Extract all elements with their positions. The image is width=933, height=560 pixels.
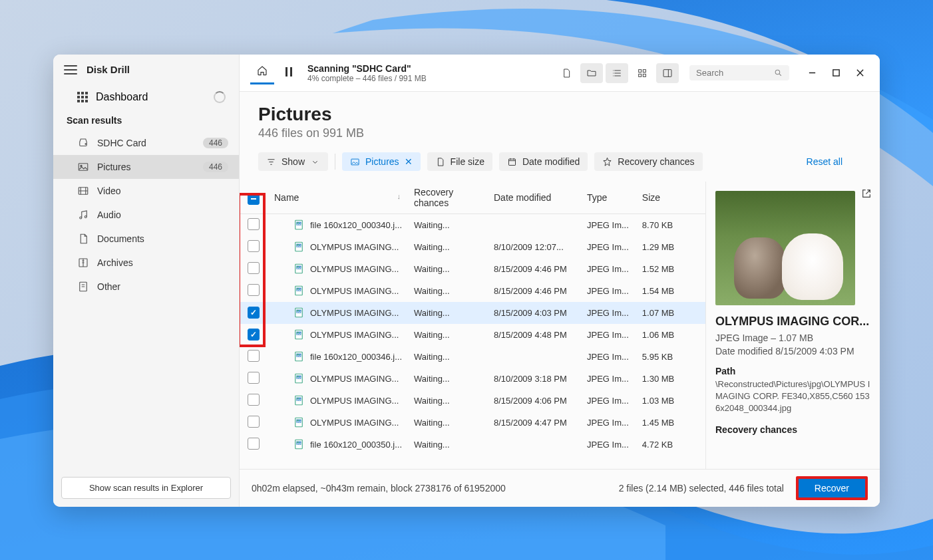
pictures-label: Pictures (365, 156, 399, 167)
minimize-button[interactable] (803, 64, 821, 82)
file-size: 1.07 MB (636, 302, 705, 324)
count-badge: 446 (203, 162, 228, 172)
table-row[interactable]: OLYMPUS IMAGING...Waiting...8/10/2009 12… (240, 236, 705, 258)
svg-point-15 (775, 70, 780, 74)
table-row[interactable]: OLYMPUS IMAGING...Waiting...8/15/2009 4:… (240, 258, 705, 280)
sidebar-item-pictures[interactable]: Pictures 446 (53, 155, 239, 179)
sidebar-item-audio[interactable]: Audio (53, 203, 239, 227)
search-input[interactable] (696, 68, 774, 78)
table-row[interactable]: OLYMPUS IMAGING...Waiting...8/15/2009 4:… (240, 324, 705, 346)
table-row[interactable]: file 160x120_000346.j...Waiting...JPEG I… (240, 346, 705, 368)
pause-button[interactable] (278, 63, 299, 83)
row-checkbox[interactable] (248, 438, 260, 450)
column-type[interactable]: Type (580, 182, 636, 214)
toolbar: Scanning "SDHC Card" 4% complete – 446 f… (240, 55, 880, 92)
table-row[interactable]: file 160x120_000350.j...Waiting...JPEG I… (240, 434, 705, 456)
file-size: 4.72 KB (636, 434, 705, 456)
column-date[interactable]: Date modified (487, 182, 580, 214)
view-grid-button[interactable] (631, 63, 653, 83)
sidebar-item-label: Video (97, 186, 121, 196)
filesize-label: File size (451, 156, 484, 167)
toggle-preview-button[interactable] (656, 63, 679, 83)
sidebar-item-archives[interactable]: Archives (53, 251, 239, 275)
svg-point-5 (85, 216, 87, 218)
file-name: OLYMPUS IMAGING... (310, 330, 399, 340)
svg-rect-16 (833, 70, 839, 76)
page-subtitle: 446 files on 991 MB (258, 126, 861, 140)
file-icon (435, 157, 445, 167)
sidebar-item-other[interactable]: Other (53, 275, 239, 299)
table-row[interactable]: OLYMPUS IMAGING...Waiting...8/10/2009 3:… (240, 368, 705, 390)
filesize-filter-button[interactable]: File size (427, 152, 492, 171)
view-file-button[interactable] (555, 63, 578, 83)
row-checkbox[interactable] (248, 240, 260, 252)
svg-rect-13 (643, 74, 646, 76)
file-name: OLYMPUS IMAGING... (310, 264, 399, 274)
date-filter-button[interactable]: Date modified (499, 152, 588, 171)
filter-bar: Show Pictures ✕ File size Date modified … (240, 142, 880, 182)
show-in-explorer-button[interactable]: Show scan results in Explorer (61, 477, 231, 499)
sidebar-item-documents[interactable]: Documents (53, 227, 239, 251)
column-recovery[interactable]: Recovery chances (407, 182, 487, 214)
table-row[interactable]: OLYMPUS IMAGING...Waiting...8/15/2009 4:… (240, 412, 705, 434)
close-icon (856, 69, 864, 77)
file-type: JPEG Im... (580, 302, 636, 324)
home-button[interactable] (250, 61, 274, 84)
show-filter-button[interactable]: Show (258, 152, 328, 171)
row-checkbox[interactable] (248, 218, 260, 230)
sidebar-item-sdhc[interactable]: SDHC Card 446 (53, 131, 239, 155)
file-date: 8/15/2009 4:46 PM (487, 280, 580, 302)
sidebar-item-label: Archives (97, 257, 133, 268)
audio-icon (77, 209, 89, 221)
svg-point-30 (297, 288, 299, 289)
svg-point-24 (297, 244, 299, 245)
view-list-button[interactable] (606, 63, 628, 83)
column-size[interactable]: Size (636, 182, 705, 214)
close-button[interactable] (850, 64, 869, 82)
select-all-checkbox[interactable] (248, 193, 260, 205)
preview-path-label: Path (715, 366, 870, 376)
row-checkbox[interactable] (248, 307, 260, 319)
app-title: Disk Drill (87, 64, 130, 75)
file-date (487, 434, 580, 456)
preview-panel: OLYMPUS IMAGING COR... JPEG Image – 1.07… (705, 182, 880, 469)
preview-title: OLYMPUS IMAGING COR... (715, 315, 870, 329)
reset-all-link[interactable]: Reset all (807, 156, 842, 167)
status-bar: 0h02m elapsed, ~0h43m remain, block 2738… (240, 469, 880, 507)
row-checkbox[interactable] (248, 394, 260, 406)
pictures-filter-chip[interactable]: Pictures ✕ (342, 152, 421, 171)
file-date: 8/15/2009 4:03 PM (487, 302, 580, 324)
sidebar-item-dashboard[interactable]: Dashboard (53, 84, 239, 110)
row-checkbox[interactable] (248, 284, 260, 296)
svg-point-21 (297, 223, 299, 224)
column-name[interactable]: Name ↓ (268, 182, 407, 214)
recover-button[interactable]: Recover (796, 476, 868, 500)
sort-arrow-icon: ↓ (397, 192, 401, 200)
search-field[interactable] (689, 65, 789, 80)
list-view-icon (612, 68, 622, 78)
dashboard-icon (77, 92, 88, 102)
sidebar-item-label: Other (97, 281, 120, 292)
table-row[interactable]: OLYMPUS IMAGING...Waiting...8/15/2009 4:… (240, 390, 705, 412)
row-checkbox[interactable] (248, 350, 260, 362)
row-checkbox[interactable] (248, 372, 260, 384)
hamburger-menu-icon[interactable] (64, 65, 77, 74)
maximize-button[interactable] (827, 64, 845, 82)
row-checkbox[interactable] (248, 262, 260, 274)
view-folder-button[interactable] (580, 63, 603, 83)
row-checkbox[interactable] (248, 329, 260, 341)
table-row[interactable]: file 160x120_000340.j...Waiting...JPEG I… (240, 214, 705, 236)
table-row[interactable]: OLYMPUS IMAGING...Waiting...8/15/2009 4:… (240, 280, 705, 302)
popout-icon[interactable] (861, 188, 872, 199)
file-recovery: Waiting... (407, 434, 487, 456)
file-table[interactable]: Name ↓ Recovery chances Date modified Ty… (240, 182, 705, 469)
loading-spinner-icon (214, 91, 226, 103)
row-checkbox[interactable] (248, 416, 260, 428)
chances-filter-button[interactable]: Recovery chances (594, 152, 702, 171)
svg-rect-17 (351, 159, 359, 165)
table-row[interactable]: OLYMPUS IMAGING...Waiting...8/15/2009 4:… (240, 302, 705, 324)
svg-rect-9 (290, 67, 292, 76)
file-recovery: Waiting... (407, 236, 487, 258)
remove-chip-icon[interactable]: ✕ (405, 156, 413, 167)
sidebar-item-video[interactable]: Video (53, 179, 239, 203)
